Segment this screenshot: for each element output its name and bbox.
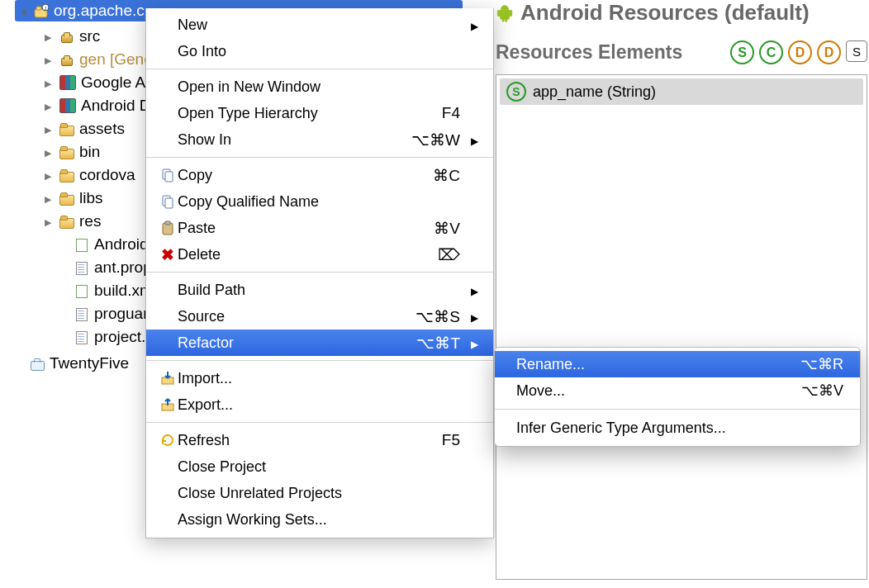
menu-item-label: Source — [178, 308, 394, 325]
resource-list-item[interactable]: S app_name (String) — [500, 78, 863, 105]
disclosure-triangle-icon[interactable] — [45, 192, 55, 205]
panel-title: Android Resources (default) — [520, 0, 810, 26]
menu-separator — [146, 69, 493, 69]
menu-item-paste[interactable]: Paste⌘V — [146, 215, 493, 241]
copy2-icon — [158, 194, 178, 209]
disclosure-triangle-icon[interactable] — [20, 2, 29, 20]
menu-item-label: Copy Qualified Name — [178, 193, 394, 211]
refresh-icon — [158, 433, 178, 448]
resources-panel-header: Android Resources (default) — [496, 0, 867, 31]
svg-text:J: J — [44, 6, 46, 11]
submenu-arrow-icon — [460, 131, 478, 149]
menu-item-close-unrelated-projects[interactable]: Close Unrelated Projects — [146, 480, 493, 506]
booklib-icon — [59, 75, 76, 90]
menu-item-show-in[interactable]: Show In⌥⌘W — [146, 126, 493, 153]
java-project-icon: J — [34, 4, 49, 17]
tree-item-label: cordova — [79, 166, 135, 184]
copy-icon — [158, 168, 178, 183]
resources-panel: Android Resources (default) Resources El… — [496, 0, 867, 580]
disclosure-triangle-icon[interactable] — [45, 31, 55, 43]
folder-icon — [59, 192, 74, 205]
menu-item-label: Export... — [178, 396, 394, 414]
tree-item-label: Android D — [81, 97, 151, 115]
menu-separator — [146, 157, 493, 158]
menu-item-label: Delete — [178, 246, 394, 263]
menu-item-shortcut: ⌥⌘T — [394, 334, 460, 353]
menu-item-shortcut: ⌥⌘W — [394, 130, 460, 149]
submenu-item-move---[interactable]: Move...⌥⌘V — [495, 377, 860, 404]
menu-item-shortcut: ⌥⌘S — [394, 307, 460, 326]
menu-item-shortcut: ⌘V — [394, 219, 460, 238]
svg-rect-5 — [165, 172, 173, 182]
disclosure-triangle-icon[interactable] — [45, 77, 55, 89]
menu-separator — [146, 422, 493, 423]
menu-item-open-in-new-window[interactable]: Open in New Window — [146, 74, 493, 100]
svg-rect-7 — [165, 198, 173, 208]
resource-filter-s-0[interactable]: S — [730, 40, 754, 64]
disclosure-triangle-icon[interactable] — [45, 123, 55, 135]
suitcase-icon — [30, 357, 45, 370]
resource-filter-d-3[interactable]: D — [817, 40, 841, 64]
folder-icon — [59, 215, 74, 228]
menu-item-label: Build Path — [178, 282, 394, 299]
pkg-icon — [59, 30, 74, 43]
disclosure-triangle-icon[interactable] — [45, 169, 55, 182]
menu-item-build-path[interactable]: Build Path — [146, 277, 493, 303]
submenu-arrow-icon — [460, 334, 478, 352]
disclosure-triangle-icon[interactable] — [45, 146, 55, 159]
menu-item-label: Open in New Window — [178, 78, 394, 96]
resource-filter-s-4[interactable]: S — [846, 40, 867, 62]
svg-rect-1 — [36, 7, 41, 10]
menu-item-shortcut: F5 — [394, 431, 460, 449]
tree-item-label: libs — [79, 189, 103, 207]
menu-item-shortcut: ⌘C — [394, 166, 460, 185]
file-icon — [74, 307, 89, 320]
refactor-submenu: Rename...⌥⌘RMove...⌥⌘VInfer Generic Type… — [494, 347, 861, 447]
menu-separator — [146, 272, 493, 273]
menu-item-export---[interactable]: Export... — [146, 391, 493, 418]
menu-item-shortcut: ⌥⌘R — [777, 355, 843, 373]
submenu-arrow-icon — [460, 308, 478, 325]
menu-item-label: Close Unrelated Projects — [178, 485, 394, 502]
resource-filter-d-2[interactable]: D — [788, 40, 812, 64]
import-icon — [158, 371, 178, 386]
menu-item-shortcut: ⌦ — [394, 245, 460, 264]
folder-icon — [59, 168, 74, 182]
submenu-item-rename---[interactable]: Rename...⌥⌘R — [495, 351, 860, 377]
menu-item-copy-qualified-name[interactable]: Copy Qualified Name — [146, 188, 493, 215]
context-menu: NewGo IntoOpen in New WindowOpen Type Hi… — [145, 8, 494, 538]
xmlfile-icon — [74, 238, 89, 251]
tree-item-label: bin — [79, 143, 100, 161]
disclosure-triangle-icon[interactable] — [45, 216, 55, 228]
resource-filter-c-1[interactable]: C — [759, 40, 783, 64]
menu-item-label: Refactor — [178, 334, 394, 352]
menu-item-label: Close Project — [178, 458, 394, 476]
menu-item-import---[interactable]: Import... — [146, 365, 493, 391]
menu-item-source[interactable]: Source⌥⌘S — [146, 303, 493, 330]
menu-item-assign-working-sets---[interactable]: Assign Working Sets... — [146, 506, 493, 533]
menu-item-label: New — [178, 17, 394, 34]
menu-item-label: Move... — [516, 382, 777, 400]
disclosure-triangle-icon[interactable] — [45, 100, 55, 112]
tree-item-label: assets — [79, 120, 125, 138]
resources-subheader-row: Resources Elements SCDDS — [496, 40, 867, 64]
menu-item-delete[interactable]: ✖Delete⌦ — [146, 241, 493, 268]
tree-item-label: gen [Gene — [79, 50, 153, 69]
resource-type-buttons: SCDDS — [730, 40, 867, 64]
menu-item-label: Refresh — [178, 432, 394, 449]
disclosure-triangle-icon[interactable] — [45, 54, 55, 66]
menu-item-refactor[interactable]: Refactor⌥⌘T — [146, 330, 493, 356]
menu-separator — [146, 360, 493, 361]
menu-item-go-into[interactable]: Go Into — [146, 38, 493, 64]
menu-item-label: Assign Working Sets... — [178, 511, 394, 529]
menu-item-refresh[interactable]: RefreshF5 — [146, 427, 493, 453]
menu-item-copy[interactable]: Copy⌘C — [146, 162, 493, 188]
tree-root-label: org.apache.c — [54, 2, 145, 20]
submenu-item-infer-generic-type-arguments---[interactable]: Infer Generic Type Arguments... — [495, 415, 860, 441]
menu-item-label: Import... — [178, 370, 394, 387]
menu-separator — [495, 409, 860, 410]
menu-item-new[interactable]: New — [146, 12, 493, 38]
menu-item-close-project[interactable]: Close Project — [146, 453, 493, 480]
resource-list[interactable]: S app_name (String) — [496, 74, 867, 580]
menu-item-open-type-hierarchy[interactable]: Open Type HierarchyF4 — [146, 100, 493, 126]
